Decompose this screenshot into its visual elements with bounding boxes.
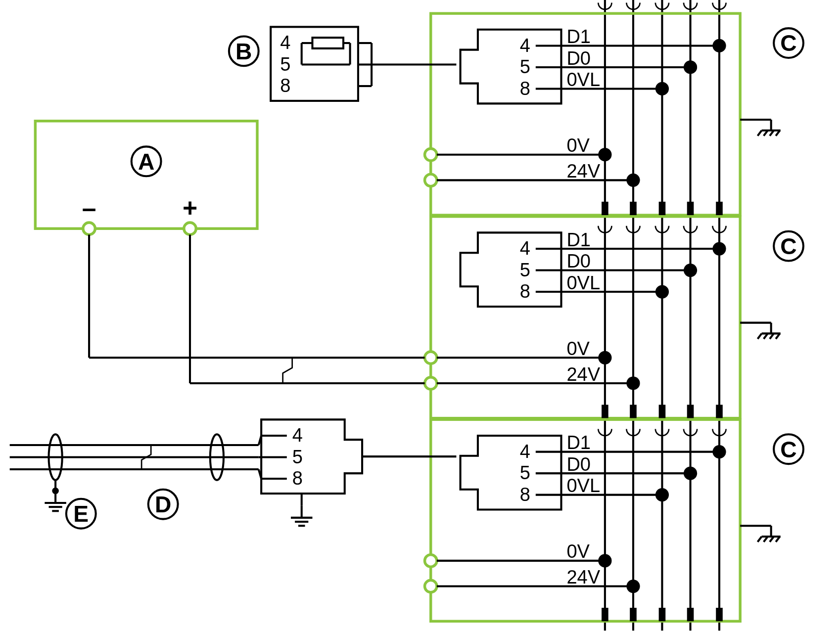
wire [758, 537, 762, 542]
signal-label: D0 [566, 454, 591, 475]
junction-dot [598, 351, 611, 364]
bus-feedthrough [716, 608, 723, 621]
signal-label: 0VL [566, 272, 600, 293]
junction-dot [712, 39, 726, 52]
terminal-open-green [425, 148, 437, 160]
bus-feedthrough [630, 405, 637, 418]
terminator-pin: 5 [280, 54, 290, 75]
junction-dot [598, 554, 611, 567]
wire [758, 333, 762, 339]
pwr-label: 0V [566, 338, 590, 359]
signal-label: 0VL [566, 69, 600, 90]
junction-dot [684, 467, 697, 480]
terminator-resistor [312, 38, 343, 48]
pwr-label: 0V [566, 135, 590, 156]
psu-box [35, 121, 257, 229]
junction-dot [655, 488, 669, 501]
rj45-pin: 8 [520, 484, 530, 505]
junction-dot [598, 148, 611, 161]
bus-feedthrough [687, 405, 694, 418]
badge-B: B [235, 39, 252, 64]
bus-feedthrough [602, 202, 608, 215]
terminal-open-green [83, 223, 95, 234]
junction-dot [626, 376, 640, 390]
signal-label: D0 [566, 251, 591, 271]
bus-feedthrough [716, 202, 723, 215]
rj45-pin: 5 [292, 447, 303, 467]
terminal-open-green [425, 174, 437, 186]
signal-label: D0 [566, 48, 591, 69]
pwr-label: 24V [566, 567, 600, 587]
rj45-pin: 4 [520, 441, 530, 462]
badge-C: C [780, 437, 796, 462]
rj45-pin: 4 [292, 425, 303, 446]
rj45-pin: 8 [520, 281, 530, 302]
pwr-label: 0V [566, 541, 590, 562]
junction-dot [655, 82, 669, 95]
junction-dot [684, 60, 697, 74]
terminal-open-green [425, 377, 437, 389]
terminal-open-green [425, 580, 437, 592]
terminal-open-green [425, 555, 437, 567]
junction-dot [684, 264, 697, 277]
terminal-open-green [184, 223, 196, 234]
signal-label: D1 [566, 229, 591, 250]
rj45-pin: 5 [520, 56, 530, 77]
terminal-open-green [425, 352, 437, 363]
bus-feedthrough [659, 608, 666, 621]
terminator-pin: 4 [280, 32, 290, 53]
badge-A: A [138, 149, 154, 175]
bus-feedthrough [659, 405, 666, 418]
signal-label: 0VL [566, 475, 600, 496]
junction-dot [655, 285, 669, 298]
badge-C: C [780, 233, 796, 259]
bus-feedthrough [687, 608, 694, 621]
psu-plus: + [183, 193, 197, 222]
signal-label: D1 [566, 26, 591, 47]
pwr-label: 24V [566, 364, 600, 385]
junction-dot [626, 580, 640, 593]
bus-feedthrough [687, 202, 694, 215]
wire [758, 131, 762, 136]
rj45-pin: 5 [520, 462, 530, 483]
junction-dot [712, 242, 726, 255]
rj45-pin: 8 [520, 78, 530, 99]
psu-minus: – [82, 193, 96, 222]
bus-feedthrough [602, 608, 608, 621]
signal-label: D1 [566, 432, 591, 453]
badge-E: E [73, 501, 89, 527]
terminator-pin: 8 [280, 75, 290, 96]
bus-feedthrough [659, 202, 666, 215]
bus-feedthrough [630, 608, 637, 621]
cable-break [283, 359, 292, 383]
bus-feedthrough [630, 202, 637, 215]
bus-feedthrough [602, 405, 608, 418]
rj45-pin: 4 [520, 35, 530, 56]
badge-C: C [780, 30, 796, 56]
junction-dot [626, 174, 640, 187]
rj45-pin: 5 [520, 260, 530, 280]
pwr-label: 24V [566, 161, 600, 181]
rj45-pin: 4 [520, 238, 530, 259]
bus-feedthrough [716, 405, 723, 418]
rj45-pin: 8 [292, 468, 303, 489]
badge-D: D [155, 492, 171, 517]
junction-dot [712, 445, 726, 458]
